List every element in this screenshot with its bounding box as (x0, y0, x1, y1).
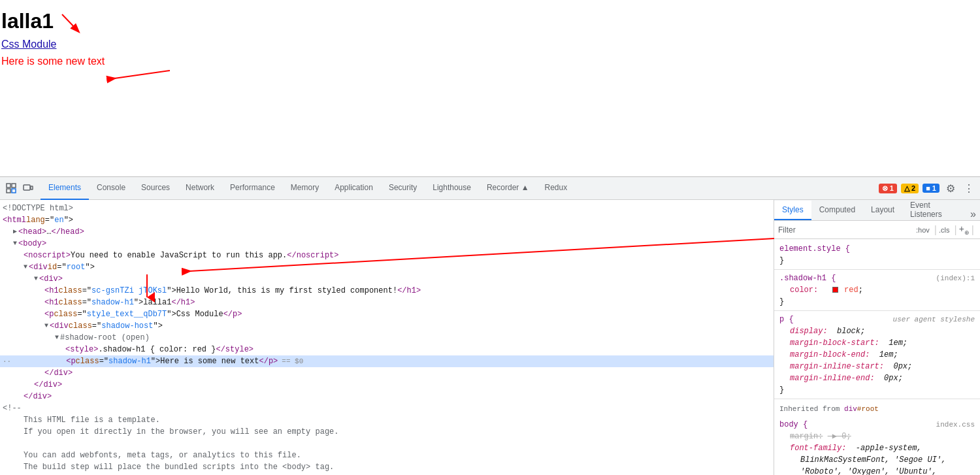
svg-line-1 (114, 71, 170, 78)
dom-line[interactable]: <style>.shadow-h1 { color: red } </style… (0, 344, 774, 355)
tab-event-listeners[interactable]: Event Listeners (902, 201, 970, 220)
style-close-brace: } (779, 256, 784, 265)
svg-rect-7 (12, 189, 16, 193)
devtools-body: <!DOCTYPE html> <html lang="en"> ▶ <head… (0, 200, 980, 475)
dom-line: This HTML file is a template. (0, 414, 774, 426)
dom-line[interactable]: ▼ <div id="root"> (0, 261, 774, 273)
preview-h1: lalla1 (1, 9, 980, 33)
tab-styles[interactable]: Styles (774, 201, 811, 220)
dom-line-selected[interactable]: ·· <p class="shadow-h1">Here is some new… (0, 355, 774, 367)
inherited-header: Inherited from div#root (774, 401, 980, 418)
shadow-h1-selector: .shadow-h1 { (779, 274, 836, 283)
dom-line[interactable]: <html lang="en"> (0, 214, 774, 226)
dom-line[interactable]: <h1 class="shadow-h1">lalla1</h1> (0, 297, 774, 308)
p-selector: p { (779, 315, 794, 324)
style-prop-mbs: margin-block-start: 1em; (790, 337, 975, 349)
more-options-button[interactable]: ⋮ (962, 181, 976, 195)
svg-rect-6 (7, 189, 10, 193)
style-prop-fontfamily: font-family: -apple-system, (790, 442, 975, 454)
dom-line[interactable]: <p class="style_text__qDb7T">Css Module<… (0, 308, 774, 320)
tab-computed[interactable]: Computed (811, 201, 863, 220)
toolbar-tabs: Elements Console Sources Network Perform… (41, 177, 575, 199)
tab-sources[interactable]: Sources (133, 177, 178, 200)
styles-panel: Styles Computed Layout Event Listeners »… (774, 200, 980, 475)
warning-badge: △ 2 (901, 184, 919, 193)
dom-panel[interactable]: <!DOCTYPE html> <html lang="en"> ▶ <head… (0, 200, 774, 475)
tab-network[interactable]: Network (178, 177, 222, 200)
preview-area: lalla1 Css Module Here is some new text (0, 0, 980, 176)
styles-tabs-more[interactable]: » (970, 208, 980, 220)
dom-line[interactable]: ▼ <div class="shadow-host"> (0, 320, 774, 332)
styles-content: element.style { } .shadow-h1 { (index):1… (774, 239, 980, 475)
tab-redux[interactable]: Redux (537, 177, 576, 200)
preview-red-text: Here is some new text (1, 56, 980, 67)
body-selector: body { (779, 420, 808, 429)
svg-rect-5 (12, 184, 16, 188)
svg-rect-8 (24, 185, 30, 190)
info-badge: ■ 1 (923, 184, 939, 193)
svg-rect-4 (7, 184, 10, 188)
filter-bar: Filter :hov | .cls | +⊕ | (774, 221, 980, 239)
ua-source: user agent styleshe (893, 314, 975, 325)
dom-line[interactable]: ▼ <body> (0, 238, 774, 250)
settings-button[interactable]: ⚙ (943, 181, 958, 195)
body-source: index.css (936, 419, 975, 431)
dom-line[interactable]: </div> (0, 391, 774, 402)
style-prop-mis: margin-inline-start: 0px; (790, 361, 975, 372)
devtools-toolbar: Elements Console Sources Network Perform… (0, 177, 980, 200)
style-selector: element.style { (779, 244, 850, 254)
filter-input[interactable] (800, 225, 916, 235)
dom-line (0, 438, 774, 450)
tab-security[interactable]: Security (381, 177, 425, 200)
toolbar-right: ⊗ 1 △ 2 ■ 1 ⚙ ⋮ (879, 181, 976, 195)
dom-line: You can add webfonts, meta tags, or anal… (0, 450, 774, 461)
filter-plus[interactable]: +⊕ (959, 223, 970, 236)
dom-line: The build step will place the bundled sc… (0, 461, 774, 473)
style-block-p-ua: p { user agent styleshe display: block; … (774, 312, 980, 397)
devtools-panel: Elements Console Sources Network Perform… (0, 176, 980, 475)
tab-layout[interactable]: Layout (863, 201, 902, 220)
device-toolbar-button[interactable] (21, 181, 35, 195)
style-prop-fontfamily-3: 'Roboto', 'Oxygen', 'Ubuntu', (790, 466, 975, 475)
dom-line[interactable]: ▶ <head>…</head> (0, 226, 774, 238)
style-prop-color: color: red; (790, 284, 975, 296)
preview-link[interactable]: Css Module (1, 39, 980, 50)
dom-line: <!DOCTYPE html> (0, 203, 774, 214)
dom-line[interactable]: ▼ <div> (0, 273, 774, 285)
dom-line[interactable]: <h1 class="sc-gsnTZi jTOKsl">Hello World… (0, 285, 774, 297)
dom-line: If you open it directly in the browser, … (0, 426, 774, 438)
tab-elements[interactable]: Elements (41, 177, 89, 200)
style-prop-display: display: block; (790, 325, 975, 337)
shadow-h1-source: (index):1 (936, 272, 975, 284)
tab-memory[interactable]: Memory (283, 177, 327, 200)
toolbar-icons (4, 181, 35, 195)
filter-hov[interactable]: :hov (916, 226, 930, 234)
error-badge: ⊗ 1 (879, 184, 897, 193)
tab-lighthouse[interactable]: Lighthouse (425, 177, 479, 200)
dom-line[interactable]: </div> (0, 367, 774, 379)
dom-line: <!-- (0, 402, 774, 414)
styles-tabs: Styles Computed Layout Event Listeners » (774, 200, 980, 221)
dom-line[interactable]: ▼ #shadow-root (open) (0, 332, 774, 344)
style-prop-margin: margin: ▶ 0; (790, 431, 975, 442)
filter-label: Filter (778, 225, 796, 235)
color-swatch-red[interactable] (832, 287, 838, 293)
filter-cls[interactable]: .cls (939, 226, 950, 234)
style-block-body: body { index.css margin: ▶ 0; font-famil… (774, 418, 980, 475)
tab-recorder[interactable]: Recorder ▲ (479, 177, 537, 200)
element-picker-button[interactable] (4, 181, 18, 195)
tab-application[interactable]: Application (327, 177, 381, 200)
tab-performance[interactable]: Performance (222, 177, 283, 200)
style-block-element: element.style { } (774, 242, 980, 268)
dom-line[interactable]: <noscript>You need to enable JavaScript … (0, 250, 774, 261)
style-prop-mbe: margin-block-end: 1em; (790, 349, 975, 361)
style-block-shadow-h1: .shadow-h1 { (index):1 color: red; } (774, 271, 980, 309)
dom-line[interactable]: </div> (0, 379, 774, 391)
tab-console[interactable]: Console (89, 177, 133, 200)
svg-rect-9 (31, 186, 33, 189)
style-prop-fontfamily-2: BlinkMacSystemFont, 'Segoe UI', (790, 454, 975, 466)
style-prop-mie: margin-inline-end: 0px; (790, 372, 975, 384)
